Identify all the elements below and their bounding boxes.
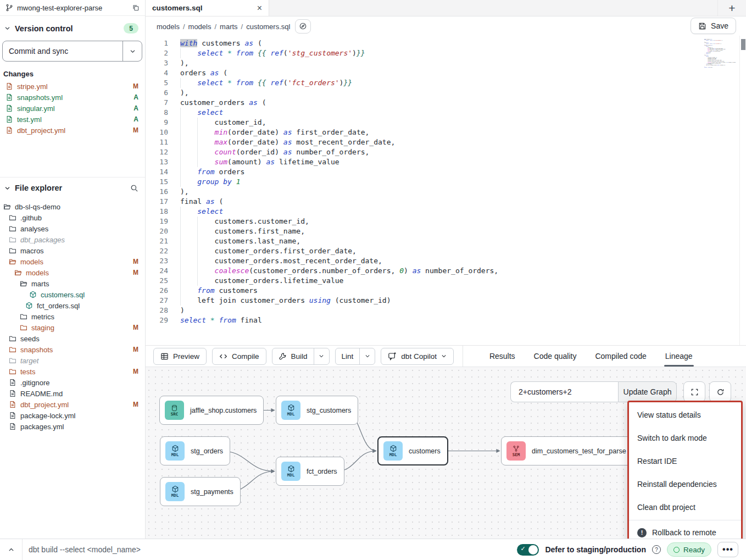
lineage-node-src_customers[interactable]: SRC jaffle_shop.customers [159, 396, 264, 425]
changed-file-row[interactable]: singular.yml A [0, 103, 145, 114]
panel-tab-results[interactable]: Results [489, 346, 515, 367]
node-type-badge: MDL [383, 441, 403, 461]
file-tree-item[interactable]: seeds [0, 333, 145, 344]
lineage-node-customers[interactable]: MDL customers [377, 436, 448, 465]
folder-icon [9, 247, 16, 254]
breadcrumb-segment[interactable]: models [157, 23, 180, 31]
code-editor[interactable]: 1234567891011121314151617181920212223242… [146, 36, 746, 345]
changed-file-row[interactable]: snapshots.yml A [0, 92, 145, 103]
panel-tab-compiled-code[interactable]: Compiled code [595, 346, 646, 367]
file-tree-item[interactable]: dbt_packages [0, 234, 145, 245]
breadcrumb-segment[interactable]: models [188, 23, 211, 31]
changed-file-row[interactable]: stripe.yml M [0, 81, 145, 92]
changed-file-name: dbt_project.yml [17, 126, 65, 135]
editor-minimap[interactable]: with customers as ( select * from {{ ref… [704, 39, 737, 71]
build-options-caret[interactable] [314, 348, 329, 364]
file-tree-item[interactable]: customers.sql [0, 289, 145, 300]
file-tree-item[interactable]: marts [0, 278, 145, 289]
file-tree-item[interactable]: macros [0, 245, 145, 256]
action-toolbar: Preview Compile Build Lint [146, 345, 746, 367]
preview-button[interactable]: Preview [153, 348, 207, 365]
lineage-node-stg_payments[interactable]: MDL stg_payments [160, 477, 241, 506]
command-input-text[interactable]: dbt build --select <model_name> [29, 545, 141, 554]
toolbar-divider [463, 346, 463, 367]
lineage-node-stg_orders[interactable]: MDL stg_orders [160, 436, 230, 465]
breadcrumb-segment[interactable]: customers.sql [246, 23, 290, 31]
node-type-label: MDL [287, 473, 295, 478]
scrollbar-thumb[interactable] [741, 39, 745, 50]
lineage-node-stg_customers[interactable]: MDL stg_customers [276, 396, 358, 425]
commit-and-sync-button[interactable]: Commit and sync [3, 41, 123, 61]
commit-options-caret[interactable] [123, 41, 142, 61]
file-tree-item[interactable]: snapshots M [0, 344, 145, 355]
defer-toggle[interactable]: ✓ [517, 544, 539, 556]
file-tree-item[interactable]: .github [0, 212, 145, 223]
context-menu-item-clean-dbt-project[interactable]: Clean dbt project [629, 496, 741, 519]
folder-open-icon [3, 203, 11, 210]
copy-branch-icon[interactable] [132, 4, 140, 12]
editor-scrollbar[interactable] [739, 36, 746, 345]
file-tree-item[interactable]: models M [0, 267, 145, 278]
panel-tab-lineage[interactable]: Lineage [665, 346, 693, 367]
branch-row[interactable]: mwong-test-explorer-parse [0, 0, 145, 16]
context-menu-item-switch-to-dark-mode[interactable]: Switch to dark mode [629, 426, 741, 450]
breadcrumb-segment[interactable]: marts [220, 23, 238, 31]
file-tree-item[interactable]: tests M [0, 366, 145, 377]
model-icon [25, 302, 33, 309]
help-icon[interactable]: ? [652, 545, 661, 554]
lint-split-button: Lint [335, 348, 376, 365]
defer-label: Defer to staging/production [545, 545, 646, 554]
file-tree-item[interactable]: dbt_project.yml M [0, 399, 145, 410]
file-explorer-header[interactable]: File explorer [0, 178, 145, 198]
file-tree-item[interactable]: package-lock.yml [0, 410, 145, 421]
more-options-button[interactable]: ••• [717, 542, 738, 557]
file-tree-item[interactable]: db-sl-qs-demo [0, 201, 145, 212]
file-icon [9, 390, 16, 397]
version-control-header[interactable]: Version control 5 [0, 16, 145, 37]
code-content[interactable]: with customers as ( select * from {{ ref… [175, 38, 498, 345]
context-menu-item-view-status-details[interactable]: View status details [629, 403, 741, 426]
toggle-knob [528, 545, 538, 555]
file-tree-item[interactable]: README.md [0, 388, 145, 399]
node-type-label: SRC [171, 412, 179, 417]
lint-options-caret[interactable] [359, 348, 375, 364]
context-menu-item-reinstall-dependencies[interactable]: Reinstall dependencies [629, 473, 741, 496]
node-type-badge: SEM [506, 441, 526, 461]
compile-label: Compile [232, 352, 259, 361]
fullscreen-button[interactable] [683, 381, 705, 402]
graph-selector-input[interactable]: 2+customers+2 [510, 381, 618, 402]
tab-customers-sql[interactable]: customers.sql × [146, 0, 269, 16]
refresh-graph-button[interactable] [709, 381, 731, 402]
new-tab-button[interactable]: + [717, 0, 746, 16]
panel-tab-code-quality[interactable]: Code quality [534, 346, 577, 367]
file-tree-item[interactable]: fct_orders.sql [0, 300, 145, 311]
build-button[interactable]: Build [272, 348, 314, 364]
changed-file-row[interactable]: test.yml A [0, 114, 145, 125]
update-graph-button[interactable]: Update Graph [618, 381, 677, 402]
save-button[interactable]: Save [691, 18, 736, 34]
dbt-copilot-button[interactable]: dbt Copilot [381, 348, 454, 365]
file-tree-item[interactable]: analyses [0, 223, 145, 234]
file-tree-item[interactable]: target [0, 355, 145, 366]
file-tree-item[interactable]: metrics [0, 311, 145, 322]
file-tree-item[interactable]: .gitignore [0, 377, 145, 388]
lineage-node-fct_orders[interactable]: MDL fct_orders [276, 457, 344, 486]
tab-title: customers.sql [152, 4, 203, 12]
file-tree-item[interactable]: staging M [0, 322, 145, 333]
compass-icon[interactable] [295, 19, 311, 34]
search-icon[interactable] [130, 184, 138, 192]
context-menu-item-restart-ide[interactable]: Restart IDE [629, 450, 741, 473]
close-tab-icon[interactable]: × [257, 3, 262, 13]
command-bar[interactable]: dbt build --select <model_name> ✓ Defer … [22, 539, 746, 560]
file-tree-item[interactable]: packages.yml [0, 421, 145, 432]
changes-list: stripe.yml M snapshots.yml A singular.ym… [0, 81, 145, 136]
file-tree-item[interactable]: models M [0, 256, 145, 267]
model-icon [287, 404, 295, 412]
expand-history-button[interactable] [0, 539, 22, 560]
lineage-node-dim_customers_test_for_parse[interactable]: SEM dim_customers_test_for_parse [501, 436, 633, 465]
changed-file-name: test.yml [17, 115, 42, 124]
lint-button[interactable]: Lint [336, 348, 360, 364]
changed-file-row[interactable]: dbt_project.yml M [0, 125, 145, 136]
modified-status-badge: M [133, 401, 138, 408]
compile-button[interactable]: Compile [212, 348, 266, 365]
